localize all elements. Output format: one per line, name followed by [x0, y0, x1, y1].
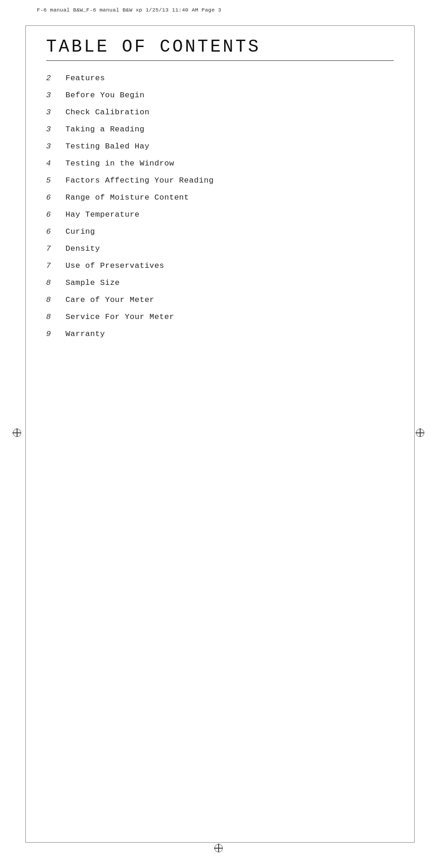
toc-item-label: Features	[65, 74, 105, 83]
toc-page-number: 5	[46, 176, 65, 185]
toc-item: 2Features	[46, 74, 394, 83]
page-border-top	[25, 25, 415, 26]
toc-item: 9Warranty	[46, 330, 394, 338]
toc-item-label: Sample Size	[65, 278, 120, 287]
toc-page-number: 3	[46, 108, 65, 117]
registration-mark-left	[13, 429, 24, 440]
toc-page-number: 4	[46, 159, 65, 168]
toc-item: 6Curing	[46, 227, 394, 236]
toc-item: 3Testing Baled Hay	[46, 142, 394, 151]
toc-page-number: 3	[46, 91, 65, 100]
toc-page-number: 8	[46, 295, 65, 304]
page-border-right	[414, 25, 415, 843]
main-content: TABLE OF CONTENTS 2Features3Before You B…	[46, 37, 394, 347]
toc-page-number: 7	[46, 244, 65, 253]
title-divider	[46, 60, 394, 61]
toc-page-number: 6	[46, 193, 65, 202]
toc-page-number: 8	[46, 278, 65, 287]
toc-item-label: Testing Baled Hay	[65, 142, 149, 151]
toc-item: 3Before You Begin	[46, 91, 394, 100]
toc-item: 7Density	[46, 244, 394, 253]
toc-item-label: Check Calibration	[65, 108, 149, 117]
toc-item: 8Service For Your Meter	[46, 313, 394, 321]
toc-item-label: Service For Your Meter	[65, 313, 174, 321]
toc-item: 3Check Calibration	[46, 108, 394, 117]
toc-page-number: 2	[46, 74, 65, 83]
page-header: F-6 manual B&W_F-6 manual B&W xp 1/25/13…	[0, 0, 440, 19]
toc-item-label: Curing	[65, 227, 95, 236]
toc-item: 8Care of Your Meter	[46, 295, 394, 304]
header-text: F-6 manual B&W_F-6 manual B&W xp 1/25/13…	[37, 7, 403, 13]
toc-item-label: Care of Your Meter	[65, 295, 155, 304]
toc-page-number: 6	[46, 227, 65, 236]
toc-item: 7Use of Preservatives	[46, 261, 394, 270]
toc-item-label: Before You Begin	[65, 91, 144, 100]
toc-item-label: Density	[65, 244, 100, 253]
toc-item: 5Factors Affecting Your Reading	[46, 176, 394, 185]
registration-mark-right	[416, 429, 427, 440]
toc-page-number: 8	[46, 313, 65, 321]
page-border-bottom	[25, 842, 415, 843]
toc-item-label: Warranty	[65, 330, 105, 338]
toc-item: 6Hay Temperature	[46, 210, 394, 219]
toc-item-label: Taking a Reading	[65, 125, 144, 134]
toc-item-label: Range of Moisture Content	[65, 193, 189, 202]
toc-page-number: 6	[46, 210, 65, 219]
registration-mark-bottom	[214, 844, 226, 855]
page-title: TABLE OF CONTENTS	[46, 37, 394, 57]
toc-item: 3Taking a Reading	[46, 125, 394, 134]
page-border-left	[25, 25, 26, 843]
toc-page-number: 9	[46, 330, 65, 338]
toc-item: 8Sample Size	[46, 278, 394, 287]
toc-page-number: 7	[46, 261, 65, 270]
toc-item-label: Factors Affecting Your Reading	[65, 176, 214, 185]
toc-page-number: 3	[46, 125, 65, 134]
toc-item-label: Testing in the Windrow	[65, 159, 174, 168]
toc-item: 6Range of Moisture Content	[46, 193, 394, 202]
toc-item: 4Testing in the Windrow	[46, 159, 394, 168]
toc-page-number: 3	[46, 142, 65, 151]
toc-list: 2Features3Before You Begin3Check Calibra…	[46, 74, 394, 338]
toc-item-label: Hay Temperature	[65, 210, 140, 219]
toc-item-label: Use of Preservatives	[65, 261, 164, 270]
